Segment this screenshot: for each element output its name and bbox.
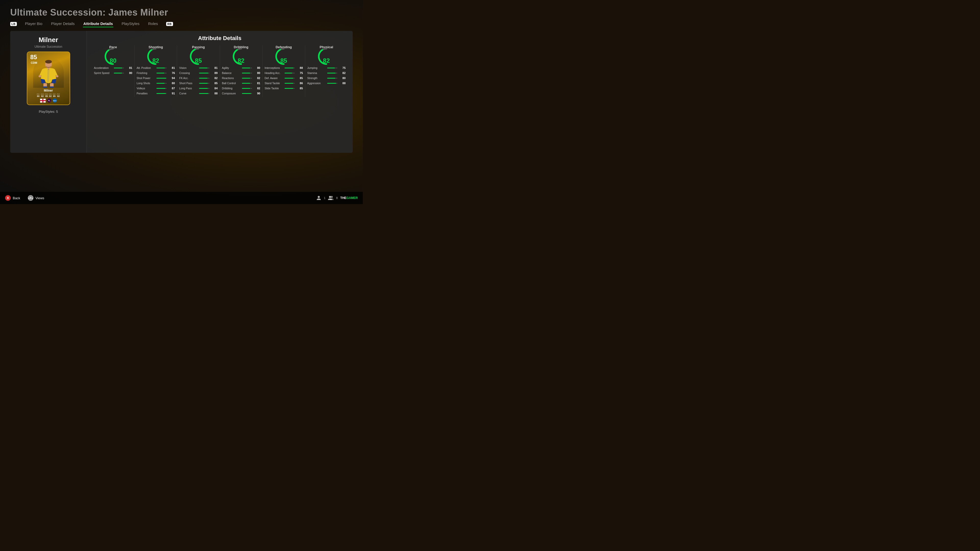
back-button[interactable]: B Back (5, 195, 20, 201)
attr-label-shooting-2: Shot Power (137, 76, 155, 79)
gauge-value-physical: 82 (323, 57, 330, 64)
attr-label-passing-5: Curve (179, 92, 197, 95)
attr-bar-dribbling-5 (242, 93, 251, 94)
attr-bar-wrap-physical-2 (327, 78, 337, 79)
tab-attribute-details[interactable]: Attribute Details (83, 21, 114, 27)
b-button-icon: B (5, 195, 11, 201)
attr-bar-wrap-shooting-0 (156, 68, 167, 68)
attr-bar-dribbling-0 (242, 68, 250, 68)
attr-label-pace-1: Sprint Speed (94, 71, 112, 75)
group-icon (328, 195, 334, 200)
back-label: Back (13, 196, 20, 200)
attr-val-dribbling-5: 90 (255, 92, 260, 95)
attr-bar-physical-2 (327, 78, 335, 79)
svg-point-18 (318, 196, 320, 198)
attr-bar-passing-4 (199, 88, 208, 89)
attr-val-dribbling-3: 81 (255, 82, 260, 85)
tab-roles[interactable]: Roles (148, 21, 158, 27)
rb-badge[interactable]: RB (166, 22, 173, 26)
attr-bar-shooting-5 (156, 93, 166, 94)
tab-player-details[interactable]: Player Details (51, 21, 75, 27)
attr-label-shooting-1: Finishing (137, 71, 155, 75)
attr-bar-shooting-0 (156, 68, 165, 68)
attr-label-shooting-3: Long Shots (137, 82, 155, 85)
attr-bar-dribbling-1 (242, 73, 250, 73)
attr-val-shooting-3: 80 (169, 82, 175, 85)
gauge-container-pace: 80 (94, 51, 132, 63)
attr-bar-passing-3 (199, 83, 208, 84)
attr-bar-passing-0 (199, 68, 207, 68)
svg-text:PL: PL (48, 100, 51, 102)
attr-val-shooting-2: 94 (169, 76, 175, 79)
attr-bar-wrap-passing-0 (199, 68, 209, 68)
attr-label-defending-3: Stand Tackle (265, 82, 283, 85)
tab-player-bio[interactable]: Player Bio (24, 21, 43, 27)
attr-val-pace-1: 80 (127, 71, 132, 75)
attr-val-shooting-1: 76 (169, 71, 175, 75)
attr-label-physical-1: Stamina (307, 71, 326, 75)
person-icon (316, 195, 321, 200)
gauge-container-shooting: 82 (137, 51, 175, 63)
attr-bar-passing-1 (199, 73, 208, 73)
attr-row-shooting-5: Penalties91 (137, 92, 175, 95)
bottom-bar: B Back ◀ R ▶ Views 1 8 THEGAME (0, 192, 363, 204)
card-stat-pas: PAS 85 (45, 94, 48, 97)
card-stat-def: DEF 85 (53, 94, 56, 97)
card-stat-sho: SHO 82 (41, 94, 44, 97)
svg-point-6 (56, 75, 59, 77)
r-label: R (30, 197, 32, 200)
attr-bar-pace-0 (114, 68, 122, 68)
right-panel: Attribute Details Pace80Acceleration81Sp… (87, 31, 353, 153)
card-stat-dri: DRI 82 (49, 94, 52, 97)
attr-bar-wrap-passing-2 (199, 78, 209, 79)
attr-val-shooting-5: 91 (169, 92, 175, 95)
attr-col-defending: Defending85Interceptions88Heading Acc.75… (262, 45, 305, 97)
attr-bar-defending-3 (285, 83, 293, 84)
attr-label-dribbling-1: Balance (222, 71, 240, 75)
attr-val-shooting-4: 87 (169, 87, 175, 90)
card-stat-phy: PHY 82 (57, 94, 60, 97)
attr-col-dribbling: Dribbling82Agility80Balance80Reactions82… (220, 45, 262, 97)
player-subtitle: Ultimate Succession (35, 45, 62, 48)
views-button[interactable]: ◀ R ▶ Views (28, 195, 44, 201)
gauge-value-pace: 80 (110, 57, 117, 64)
attr-bar-wrap-passing-1 (199, 73, 209, 73)
tab-playstyles[interactable]: PlayStyles (121, 21, 140, 27)
attr-val-passing-1: 89 (212, 71, 218, 75)
attr-label-passing-3: Short Pass (179, 82, 197, 85)
gauge-container-dribbling: 82 (222, 51, 260, 63)
gauge-passing: 85 (188, 51, 208, 63)
lb-badge[interactable]: LB (10, 22, 17, 26)
attr-label-shooting-4: Volleys (137, 87, 155, 90)
attr-label-dribbling-3: Ball Control (222, 82, 240, 85)
attr-bar-passing-5 (199, 93, 208, 94)
attr-row-passing-2: FK Acc.82 (179, 76, 218, 79)
card-stats-row: PAC 80 SHO 82 PAS 85 DRI 82 (37, 94, 60, 97)
attr-row-passing-5: Curve88 (179, 92, 218, 95)
gauge-value-defending: 85 (280, 57, 287, 64)
card-stat-pac: PAC 80 (37, 94, 40, 97)
svg-rect-9 (43, 86, 47, 88)
premier-league-badge: PL (47, 98, 51, 103)
attr-bar-wrap-defending-0 (285, 68, 295, 68)
attr-bar-wrap-shooting-5 (156, 93, 167, 94)
player-figure-svg (36, 60, 61, 88)
attr-val-dribbling-0: 80 (255, 66, 260, 69)
attr-bar-wrap-shooting-2 (156, 78, 167, 79)
attr-val-defending-3: 86 (298, 82, 303, 85)
attr-bar-defending-1 (285, 73, 292, 73)
attr-label-dribbling-2: Reactions (222, 76, 240, 79)
attr-bar-wrap-defending-3 (285, 83, 295, 84)
attr-row-passing-4: Long Pass84 (179, 87, 218, 90)
attr-row-passing-3: Short Pass85 (179, 82, 218, 85)
attr-val-dribbling-2: 82 (255, 76, 260, 79)
attr-row-defending-3: Stand Tackle86 (265, 82, 303, 85)
r-button-icon: ◀ R ▶ (28, 195, 33, 201)
attr-bar-wrap-defending-1 (285, 73, 295, 73)
attr-bar-wrap-shooting-1 (156, 73, 167, 73)
attr-val-defending-4: 85 (298, 87, 303, 90)
attr-row-pace-1: Sprint Speed80 (94, 71, 132, 75)
attr-label-dribbling-4: Dribbling (222, 87, 240, 90)
attr-bar-physical-1 (327, 73, 336, 73)
england-flag (40, 99, 46, 103)
